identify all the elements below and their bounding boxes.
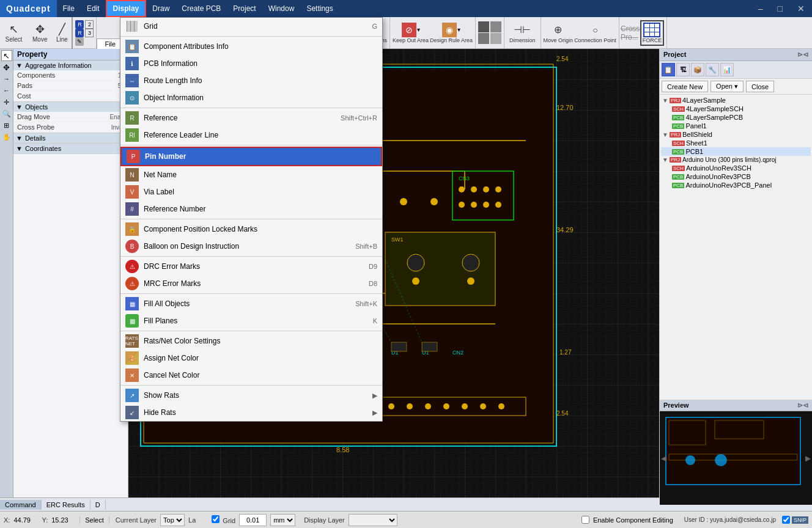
create-new-btn[interactable]: Create New [662,81,708,92]
coord-y-label: Y: [42,516,48,524]
snap-checkbox[interactable] [782,516,790,524]
zoom-area-icon[interactable]: ⊞ [1,120,12,131]
project-icon-2[interactable]: 🏗 [676,63,690,76]
menu-item-obj-info[interactable]: ⊙ Object Information [120,89,382,106]
snap-label: SNIP [792,516,808,524]
menu-item-fill-all[interactable]: ▦ Fill All Objects Shift+K [120,295,382,312]
tree-node-4layersample[interactable]: ▼ PRJ 4LayerSample [661,96,811,105]
aggregate-expand[interactable]: ▼ [16,62,23,69]
drc-shortcut: D9 [369,263,377,270]
tree-node-bellshield[interactable]: ▼ PRJ BellShield [661,130,811,139]
menu-item-pcb-info[interactable]: ℹ PCB Information [120,55,382,72]
tree-node-arduino-sch[interactable]: SCH ArduinoUnoRev3SCH [661,164,811,172]
select-button[interactable]: ↖ Select [0,21,28,44]
layer-icon-1[interactable] [478,21,489,32]
current-layer-select[interactable]: Top [160,514,185,526]
coordinates-expand[interactable]: ▼ [16,145,23,152]
close-btn-proj[interactable]: Close [746,81,774,92]
project-icon-4[interactable]: 🔧 [706,63,719,76]
layer-icon-2[interactable] [478,33,489,44]
tree-node-4layerpcb[interactable]: PCB 4LayerSamplePCB [661,113,811,122]
menu-item-route-len[interactable]: ↔ Route Length Info [120,72,382,89]
force-btn[interactable]: FORCE [640,20,665,46]
cross-icon[interactable]: ✛ [1,97,12,108]
tree-node-arduino[interactable]: ▼ PRJ Arduino Uno (300 pins limits).qpro… [661,156,811,164]
svg-point-56 [407,403,413,409]
layer-icon-4[interactable] [490,33,501,44]
project-icon-3[interactable]: 📦 [691,63,704,76]
tab-erc[interactable]: ERC Results [42,500,90,510]
project-icon-1[interactable]: 📋 [662,63,675,76]
menu-project[interactable]: Project [227,0,262,17]
menu-item-mrc[interactable]: ⚠ MRC Error Marks D8 [120,275,382,292]
menu-item-fill-planes[interactable]: ▩ Fill Planes K [120,312,382,329]
maximize-btn[interactable]: □ [770,1,790,16]
menu-item-ref-number[interactable]: # Reference Number [120,200,382,218]
grid-value-input[interactable] [239,514,267,526]
preview-pin[interactable]: ⊳⊲ [797,402,808,409]
grid-unit-select[interactable]: mm [270,514,295,526]
arrow-left-icon[interactable]: ← [1,85,12,96]
menu-item-show-rats[interactable]: ↗ Show Rats ▶ [120,387,382,404]
menu-item-rats-net[interactable]: RATS NET Rats/Net Color Settings [120,332,382,350]
enable-editing-checkbox[interactable] [581,516,589,524]
menu-item-assign-net[interactable]: 🎨 Assign Net Color [120,350,382,367]
move-origin-btn[interactable]: ⊕ Move Origin [544,23,574,43]
tree-node-arduino-pcb[interactable]: PCB ArduinoUnoRev3PCB [661,172,811,181]
arrow-right-icon[interactable]: → [1,73,12,84]
menu-createpcb[interactable]: Create PCB [175,0,227,17]
search-icon[interactable]: 🔍 [1,108,12,119]
project-icon-5[interactable]: 📊 [720,63,734,76]
svg-point-60 [480,403,486,409]
open-btn[interactable]: Open ▾ [711,81,744,92]
preview-pan-right[interactable]: ▶ [805,454,811,463]
details-expand[interactable]: ▼ [16,134,23,142]
menu-item-hide-rats[interactable]: ↙ Hide Rats ▶ [120,404,382,421]
menu-item-balloon[interactable]: B Balloon on Design Instruction Shift+B [120,238,382,255]
cross-probe-btn[interactable]: Cross Pro... [622,26,639,40]
tree-node-4layersch[interactable]: SCH 4LayerSampleSCH [661,105,811,113]
minimize-btn[interactable]: – [751,1,770,16]
menu-item-comp-attr[interactable]: 📋 Component Attributes Info [120,38,382,55]
close-btn[interactable]: ✕ [790,1,812,16]
menu-window[interactable]: Window [262,0,301,17]
line-button[interactable]: ╱ Line [52,21,72,44]
menu-item-net-name[interactable]: N Net Name [120,166,382,183]
tree-node-sheet1[interactable]: SCH Sheet1 [661,139,811,147]
layer-icon-3[interactable] [490,21,501,32]
route-len-label: Route Length Info [144,76,377,85]
grid-checkbox[interactable] [212,515,220,523]
dimension-btn[interactable]: ⊣⊢ Dimension [504,17,541,49]
project-panel-pin[interactable]: ⊳⊲ [797,51,808,59]
menu-item-comp-locked[interactable]: 🔒 Component Position Locked Marks [120,221,382,238]
menu-draw[interactable]: Draw [146,0,175,17]
menu-item-via-label[interactable]: V Via Label [120,183,382,200]
menu-settings[interactable]: Settings [300,0,339,17]
preview-pan-left[interactable]: ◀ [661,454,666,463]
keep-out-area-btn[interactable]: ⊘ ▾ Keep Out Area [393,23,429,43]
objects-expand[interactable]: ▼ [16,103,23,111]
tree-node-pcb1[interactable]: PCB PCB1 [661,147,811,156]
menu-item-ref-leader[interactable]: Rl Reference Leader Line [120,127,382,144]
hand-icon[interactable]: ✋ [1,131,12,142]
tree-node-panel1[interactable]: PCB Panel1 [661,122,811,130]
menu-item-drc[interactable]: ⚠ DRC Error Marks D9 [120,258,382,275]
move-tool-icon[interactable]: ✥ [1,62,12,73]
menu-item-pin-number[interactable]: P Pin Number [120,147,382,166]
menu-edit[interactable]: Edit [81,0,106,17]
select-tool-icon[interactable]: ↖ [1,50,12,61]
menu-display[interactable]: Display [106,0,147,17]
move-button[interactable]: ✥ Move [28,21,52,44]
menu-item-reference[interactable]: R Reference Shift+Ctrl+R [120,109,382,127]
display-layer-select[interactable] [349,514,397,526]
tree-node-arduino-panel[interactable]: PCB ArduinoUnoRev3PCB_Panel [661,181,811,189]
project-panel: Project ⊳⊲ 📋 🏗 📦 🔧 📊 Create New Open ▾ C… [659,49,812,497]
tab-d[interactable]: D [90,500,106,510]
connection-point-btn[interactable]: ○ Connection Point [574,23,616,43]
svg-point-41 [407,254,424,271]
tab-command[interactable]: Command [0,500,42,510]
menu-item-cancel-net[interactable]: ✕ Cancel Net Color [120,367,382,384]
menu-file[interactable]: File [57,0,81,17]
design-rule-area-btn[interactable]: ◉ ▾ Design Rule Area [430,23,473,43]
menu-item-grid[interactable]: Grid G [120,18,382,35]
